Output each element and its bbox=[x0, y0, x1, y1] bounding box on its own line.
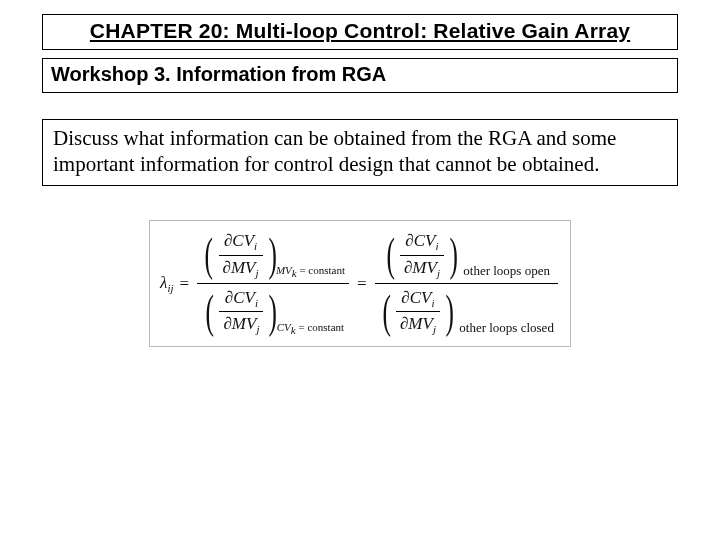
workshop-title: Workshop 3. Information from RGA bbox=[51, 63, 386, 85]
sub-i-1: i bbox=[254, 241, 257, 253]
right-paren-icon-2: ) bbox=[269, 286, 277, 338]
lambda-subscript: ij bbox=[167, 282, 173, 294]
right-paren-icon-3: ) bbox=[449, 229, 457, 281]
fraction-right-den: ( ∂CVi ∂MVj ) other loops closed bbox=[375, 284, 558, 340]
left-paren-icon-3: ( bbox=[386, 229, 394, 281]
partial-2: ∂ bbox=[223, 258, 231, 277]
fraction-right-num: ( ∂CVi ∂MVj ) other loops open bbox=[379, 227, 554, 283]
fraction-left-den: ( ∂CVi ∂MVj ) CVk = constant bbox=[198, 284, 348, 340]
partial-cv-mv-bot-left: ∂CVi ∂MVj bbox=[219, 286, 263, 338]
fraction-left-num: ( ∂CVi ∂MVj ) MVk = constant bbox=[197, 227, 349, 283]
prompt-box: Discuss what information can be obtained… bbox=[42, 119, 678, 186]
left-paren-icon-4: ( bbox=[382, 286, 390, 338]
equation-container: λij = ( ∂CVi ∂MVj ) MVk = constant bbox=[20, 220, 700, 347]
cond-loops-open: other loops open bbox=[463, 263, 550, 279]
right-paren-icon-4: ) bbox=[445, 286, 453, 338]
lambda-symbol: λij bbox=[160, 273, 174, 294]
cond-cv-constant: CVk = constant bbox=[277, 321, 344, 336]
fraction-left: ( ∂CVi ∂MVj ) MVk = constant ( bbox=[197, 227, 349, 340]
sub-j-1: j bbox=[255, 267, 258, 279]
left-paren-icon: ( bbox=[205, 229, 213, 281]
equals-sign-2: = bbox=[357, 274, 367, 294]
rga-equation: λij = ( ∂CVi ∂MVj ) MVk = constant bbox=[149, 220, 571, 347]
mv-1: MV bbox=[231, 258, 256, 277]
right-paren-icon: ) bbox=[268, 229, 276, 281]
chapter-title-box: CHAPTER 20: Multi-loop Control: Relative… bbox=[42, 14, 678, 50]
cv-1: CV bbox=[232, 231, 254, 250]
partial-cv-mv-bot-right: ∂CVi ∂MVj bbox=[396, 286, 440, 338]
left-paren-icon-2: ( bbox=[206, 286, 214, 338]
workshop-title-box: Workshop 3. Information from RGA bbox=[42, 58, 678, 93]
cond-loops-closed: other loops closed bbox=[459, 320, 554, 336]
partial-cv-mv-top-right: ∂CVi ∂MVj bbox=[400, 229, 444, 281]
slide-page: CHAPTER 20: Multi-loop Control: Relative… bbox=[0, 0, 720, 540]
partial-cv-mv-top-left: ∂CVi ∂MVj bbox=[219, 229, 263, 281]
fraction-right: ( ∂CVi ∂MVj ) other loops open ( bbox=[375, 227, 558, 340]
equals-sign-1: = bbox=[180, 274, 190, 294]
chapter-title: CHAPTER 20: Multi-loop Control: Relative… bbox=[90, 19, 630, 42]
cond-mv-constant: MVk = constant bbox=[276, 264, 345, 279]
prompt-text: Discuss what information can be obtained… bbox=[53, 126, 616, 176]
